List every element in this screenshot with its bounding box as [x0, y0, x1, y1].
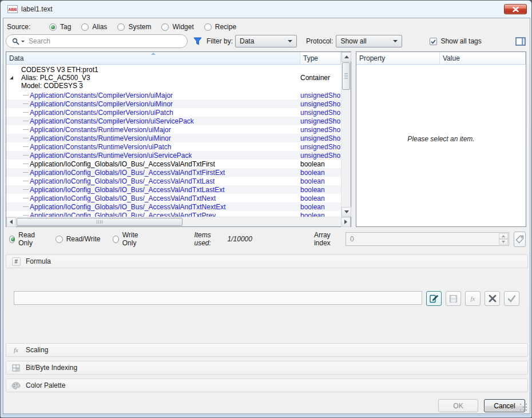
search-box[interactable] — [6, 34, 188, 48]
tag-path: Application/IoConfig_Globals/IO_Bus/_Acc… — [30, 169, 225, 177]
spin-down-button[interactable] — [499, 239, 508, 245]
array-index-spinner[interactable] — [346, 232, 509, 246]
radio-icon[interactable] — [204, 23, 212, 31]
tree-row[interactable]: Application/Constants/RuntimeVersion/uiS… — [6, 151, 341, 160]
filter-by-dropdown[interactable]: Data — [235, 35, 297, 47]
radio-icon[interactable] — [81, 23, 89, 31]
access-write-only[interactable]: Write Only — [113, 231, 146, 247]
tag-type: boolean — [300, 212, 340, 217]
formula-save-button[interactable] — [446, 291, 461, 306]
tree-expanded-icon[interactable] — [9, 75, 14, 80]
scroll-right-button[interactable] — [341, 217, 351, 227]
tag-path: Application/IoConfig_Globals/IO_Bus/_Acc… — [30, 194, 216, 202]
spinner-buttons[interactable] — [499, 233, 508, 245]
protocol-dropdown[interactable]: Show all — [336, 35, 402, 47]
tree-connector-icon — [23, 138, 29, 138]
empty-selection-message: Please select an item. — [356, 135, 526, 143]
tree-root-node[interactable]: CODESYS V3 ETH:prot1 Alias: PLC_AC500_V3… — [6, 65, 341, 91]
column-header-property[interactable]: Property — [356, 52, 440, 65]
titlebar[interactable]: ABB label1.text — [1, 1, 531, 18]
section-formula[interactable]: # Formula — [6, 254, 528, 268]
tree-horizontal-scrollbar[interactable] — [6, 217, 351, 226]
tag-type: boolean — [300, 169, 340, 177]
tree-row[interactable]: Application/IoConfig_Globals/IO_Bus/_Acc… — [6, 168, 341, 177]
tree-row[interactable]: Application/Constants/CompilerVersion/ui… — [6, 117, 341, 125]
radio-icon[interactable] — [161, 23, 169, 31]
source-option-recipe[interactable]: Recipe — [204, 23, 236, 31]
column-header-type[interactable]: Type — [300, 52, 341, 65]
tree-row[interactable]: Application/IoConfig_Globals/IO_Bus/_Acc… — [6, 194, 341, 202]
tree-row[interactable]: Application/IoConfig_Globals/IO_Bus/_Acc… — [6, 202, 341, 211]
source-row: Source: Tag Alias System Widget Recipe — [7, 20, 247, 34]
protocol-value: Show all — [340, 37, 366, 45]
vertical-scroll-thumb[interactable] — [342, 62, 350, 90]
ok-button[interactable]: OK — [438, 399, 478, 412]
tag-path: Application/IoConfig_Globals/IO_Bus/_Acc… — [30, 203, 226, 211]
radio-icon[interactable] — [113, 236, 118, 243]
tree-row[interactable]: Application/IoConfig_Globals/IO_Bus/_Acc… — [6, 211, 341, 217]
formula-delete-button[interactable] — [485, 291, 500, 306]
source-option-system[interactable]: System — [117, 23, 151, 31]
scroll-down-button[interactable] — [342, 207, 351, 217]
tag-path: Application/Constants/CompilerVersion/ui… — [30, 117, 194, 125]
toggle-properties-pane-icon[interactable] — [515, 37, 526, 46]
cancel-button[interactable]: Cancel — [484, 399, 525, 412]
close-button[interactable] — [504, 4, 527, 14]
toolbar-row: Filter by: Data Protocol: Show all Show … — [6, 34, 526, 49]
section-color-palette[interactable]: Color Palette — [6, 379, 528, 392]
tree-row[interactable]: Application/Constants/RuntimeVersion/uiP… — [6, 142, 341, 151]
radio-icon[interactable] — [55, 236, 63, 243]
root-line-3: Model: CODESYS 3 — [21, 82, 341, 90]
scroll-up-button[interactable] — [342, 52, 351, 62]
tag-button[interactable] — [514, 232, 526, 247]
tree-row[interactable]: Application/Constants/RuntimeVersion/uiM… — [6, 125, 341, 134]
section-scaling[interactable]: fx Scaling — [6, 343, 528, 357]
horizontal-scroll-thumb[interactable] — [17, 218, 182, 226]
items-used-value: 1/10000 — [228, 235, 252, 243]
tree-row[interactable]: Application/Constants/CompilerVersion/ui… — [6, 91, 341, 99]
access-read-only[interactable]: Read Only — [9, 231, 43, 247]
tree-connector-icon — [23, 112, 29, 113]
tree-row[interactable]: Application/IoConfig_Globals/IO_Bus/_Acc… — [6, 177, 341, 185]
tree-row[interactable]: Application/Constants/CompilerVersion/ui… — [6, 108, 341, 117]
tag-type: boolean — [300, 203, 340, 211]
spin-up-button[interactable] — [499, 233, 508, 239]
section-bit-byte-indexing[interactable]: Bit/Byte Indexing — [6, 361, 528, 375]
show-all-tags-option[interactable]: Show all tags — [430, 37, 481, 45]
tree-row[interactable]: Application/Constants/CompilerVersion/ui… — [6, 99, 341, 108]
tree-vertical-scrollbar[interactable] — [341, 52, 351, 217]
formula-confirm-button[interactable] — [504, 291, 519, 306]
tag-selection-dialog: ABB label1.text Source: Tag Alias System — [0, 0, 532, 418]
search-input[interactable] — [29, 37, 181, 45]
radio-icon[interactable] — [49, 23, 57, 31]
formula-edit-button[interactable] — [426, 291, 442, 306]
source-option-widget[interactable]: Widget — [161, 23, 193, 31]
column-header-data[interactable]: Data — [6, 52, 300, 65]
radio-icon[interactable] — [9, 236, 15, 243]
tag-path: Application/Constants/RuntimeVersion/uiS… — [30, 152, 192, 160]
source-option-tag[interactable]: Tag — [49, 23, 71, 31]
source-label: Source: — [7, 23, 49, 31]
tree-row[interactable]: Application/Constants/RuntimeVersion/uiM… — [6, 134, 341, 142]
radio-icon[interactable] — [117, 23, 125, 31]
source-option-alias[interactable]: Alias — [81, 23, 107, 31]
formula-input[interactable] — [14, 291, 422, 305]
tree-row[interactable]: Application/IoConfig_Globals/IO_Bus/_Acc… — [6, 185, 341, 194]
items-used-label: Items used: — [194, 231, 221, 247]
sort-ascending-icon — [151, 53, 156, 55]
tree-connector-icon — [23, 189, 29, 190]
tag-type: boolean — [300, 160, 340, 168]
column-header-value[interactable]: Value — [440, 52, 526, 65]
search-scope-caret-icon[interactable] — [21, 41, 25, 44]
access-read-write[interactable]: Read/Write — [55, 235, 101, 243]
scroll-left-button[interactable] — [6, 217, 16, 227]
tree-connector-icon — [23, 206, 29, 207]
formula-fx-button[interactable]: fx — [465, 291, 481, 306]
column-label: Data — [9, 54, 23, 62]
tree-row[interactable]: Application/IoConfig_Globals/IO_Bus/_Acc… — [6, 160, 341, 168]
checkbox-checked-icon[interactable] — [430, 38, 437, 45]
tag-path: Application/Constants/RuntimeVersion/uiM… — [30, 134, 171, 142]
array-index-input[interactable] — [347, 233, 498, 245]
resize-grip[interactable] — [520, 404, 528, 412]
tree-connector-icon — [23, 155, 29, 156]
